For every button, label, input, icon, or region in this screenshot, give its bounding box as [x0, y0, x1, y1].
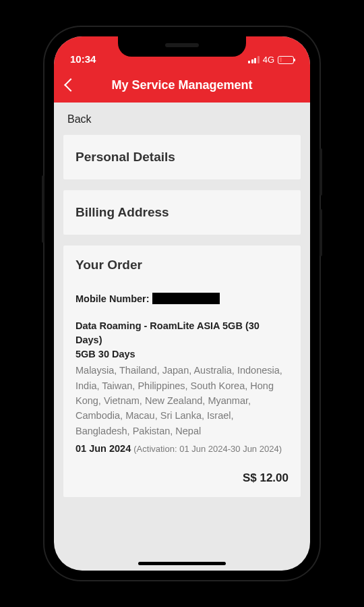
- status-right: 4G: [248, 55, 294, 65]
- mobile-number-label: Mobile Number:: [75, 293, 150, 304]
- price: S$ 12.00: [75, 471, 289, 485]
- home-indicator[interactable]: [138, 562, 226, 565]
- your-order-section: Your Order Mobile Number: Data Roaming -…: [63, 245, 301, 497]
- volume-down-button: [320, 209, 322, 256]
- network-label: 4G: [263, 55, 274, 65]
- activation-date: 01 Jun 2024: [75, 443, 131, 454]
- page-title: My Service Management: [54, 78, 310, 92]
- activation-line: 01 Jun 2024 (Activation: 01 Jun 2024-30 …: [75, 441, 289, 456]
- notch: [118, 36, 246, 57]
- volume-up-button: [320, 148, 322, 196]
- screen: 10:34 4G My Service Management Back Pers…: [54, 36, 310, 571]
- your-order-title: Your Order: [75, 258, 289, 272]
- mobile-number-row: Mobile Number:: [75, 293, 289, 304]
- countries-list: Malaysia, Thailand, Japan, Australia, In…: [75, 363, 289, 438]
- personal-details-section[interactable]: Personal Details: [63, 135, 301, 179]
- activation-range: (Activation: 01 Jun 2024-30 Jun 2024): [133, 444, 282, 454]
- phone-frame: 10:34 4G My Service Management Back Pers…: [44, 27, 320, 580]
- personal-details-title: Personal Details: [75, 150, 289, 165]
- content-area[interactable]: Back Personal Details Billing Address Yo…: [54, 103, 310, 571]
- product-name-line2: 5GB 30 Days: [75, 349, 135, 359]
- product-name: Data Roaming - RoamLite ASIA 5GB (30 Day…: [75, 319, 289, 362]
- status-time: 10:34: [70, 53, 96, 65]
- nav-bar: My Service Management: [54, 67, 310, 103]
- mobile-number-value-redacted: [152, 293, 220, 304]
- back-chevron-icon[interactable]: [64, 78, 78, 92]
- billing-address-title: Billing Address: [75, 205, 289, 220]
- signal-icon: [248, 56, 260, 63]
- billing-address-section[interactable]: Billing Address: [63, 190, 301, 235]
- power-button: [42, 175, 44, 243]
- battery-icon: [278, 56, 294, 64]
- product-name-line1: Data Roaming - RoamLite ASIA 5GB (30 Day…: [75, 320, 260, 345]
- back-link[interactable]: Back: [54, 103, 310, 135]
